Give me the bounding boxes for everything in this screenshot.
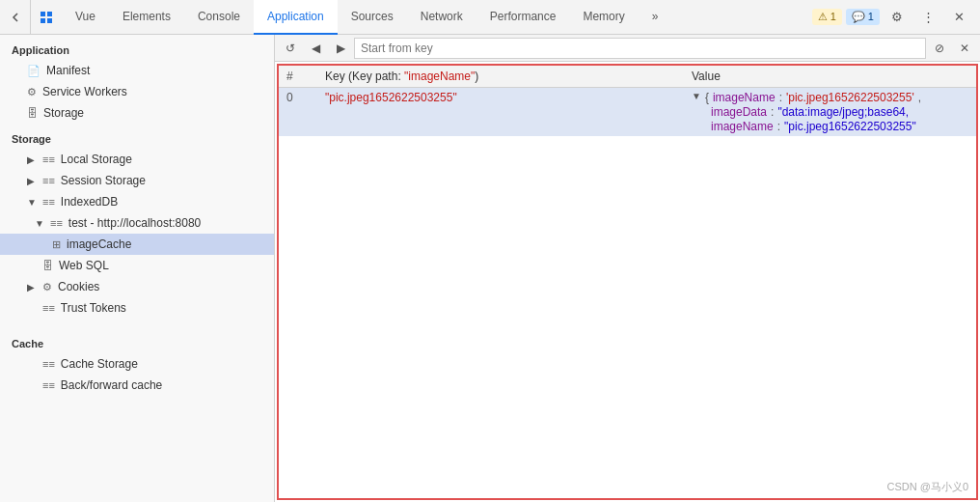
val-comma-1: , (918, 91, 921, 104)
message-badge[interactable]: 💬 1 (846, 9, 880, 25)
tab-application[interactable]: Application (254, 0, 338, 35)
val-key-imagename: imageName (713, 91, 776, 104)
sidebar-item-service-workers[interactable]: ⚙ Service Workers (0, 81, 274, 102)
test-db-icon: ≡≡ (50, 217, 63, 229)
cache-storage-icon: ≡≡ (42, 358, 55, 370)
expand-indexed-db-icon: ▼ (27, 197, 37, 208)
tab-console[interactable]: Console (184, 0, 254, 35)
cache-section-header: Cache (0, 328, 274, 353)
table-row[interactable]: 0 "pic.jpeg1652622503255" ▼ { imageName … (279, 88, 976, 137)
expand-triangle-icon: ▼ (692, 91, 701, 104)
tab-memory[interactable]: Memory (569, 0, 638, 35)
manifest-icon: 📄 (27, 65, 41, 77)
sidebar-item-local-storage[interactable]: ▶ ≡≡ Local Storage (0, 149, 274, 170)
sidebar-item-cookies[interactable]: ▶ ⚙ Cookies (0, 276, 274, 297)
sidebar-item-session-storage[interactable]: ▶ ≡≡ Session Storage (0, 170, 274, 191)
sidebar-item-test-db[interactable]: ▼ ≡≡ test - http://localhost:8080 (0, 212, 274, 234)
sidebar-item-storage-label: Storage (43, 106, 84, 120)
sidebar-item-storage[interactable]: 🗄 Storage (0, 102, 274, 124)
col-header-key: Key (Key path: "imageName") (317, 66, 684, 88)
back-record-button[interactable]: ◀ (304, 37, 327, 60)
refresh-button[interactable]: ↺ (279, 37, 302, 60)
sidebar: Application 📄 Manifest ⚙ Service Workers… (0, 35, 275, 502)
close-button[interactable]: ✕ (945, 4, 972, 31)
tab-more[interactable]: » (639, 0, 672, 35)
sidebar-item-trust-tokens[interactable]: ≡≡ Trust Tokens (0, 297, 274, 319)
content-area: ↺ ◀ ▶ ⊘ ✕ # Key (Key path: "imageName") … (275, 35, 980, 502)
start-from-key-input[interactable] (354, 38, 926, 59)
expand-session-storage-icon: ▶ (27, 176, 37, 186)
sidebar-item-indexed-db[interactable]: ▼ ≡≡ IndexedDB (0, 191, 274, 212)
svg-rect-1 (47, 12, 52, 16)
forward-record-button[interactable]: ▶ (329, 37, 352, 60)
val-colon-2: : (771, 105, 774, 119)
col-header-index: # (279, 66, 317, 88)
storage-section-header: Storage (0, 124, 274, 149)
app-section-header: Application (0, 35, 274, 60)
val-open-brace: { (705, 91, 709, 104)
web-sql-icon: 🗄 (42, 260, 53, 271)
value-line-3: imageName : "pic.jpeg1652622503255" (692, 120, 968, 133)
sidebar-item-local-storage-label: Local Storage (61, 153, 132, 166)
value-line-2: imageData : "data:image/jpeg;base64, (692, 105, 968, 119)
sidebar-item-cache-storage-label: Cache Storage (61, 357, 138, 371)
sidebar-item-manifest-label: Manifest (46, 64, 90, 77)
row-key: "pic.jpeg1652622503255" (317, 88, 684, 137)
top-bar: Vue Elements Console Application Sources… (0, 0, 980, 35)
sidebar-item-indexed-db-label: IndexedDB (61, 195, 118, 209)
sidebar-item-back-forward-cache[interactable]: ≡≡ Back/forward cache (0, 375, 274, 396)
tab-performance[interactable]: Performance (476, 0, 570, 35)
session-storage-db-icon: ≡≡ (42, 175, 55, 186)
sidebar-item-image-cache-label: imageCache (67, 237, 131, 251)
delete-record-button[interactable]: ✕ (953, 37, 976, 60)
storage-icon: 🗄 (27, 107, 38, 119)
sidebar-item-session-storage-label: Session Storage (61, 174, 146, 187)
row-value: ▼ { imageName : 'pic.jpeg1652622503255' … (684, 88, 976, 137)
main-layout: Application 📄 Manifest ⚙ Service Workers… (0, 35, 980, 502)
val-imagename-value: 'pic.jpeg1652622503255' (786, 91, 914, 104)
sidebar-item-cookies-label: Cookies (58, 280, 99, 293)
col-header-value: Value (684, 66, 976, 88)
sidebar-item-image-cache[interactable]: ⊞ imageCache (0, 234, 274, 255)
back-button[interactable] (0, 0, 31, 35)
cookies-icon: ⚙ (42, 281, 52, 293)
watermark: CSDN @马小义0 (886, 480, 968, 494)
row-index: 0 (279, 88, 317, 137)
top-tabs: Vue Elements Console Application Sources… (62, 0, 812, 35)
expand-test-db-icon: ▼ (35, 218, 44, 229)
val-key-imagedata: imageData (711, 105, 767, 119)
tab-network[interactable]: Network (407, 0, 476, 35)
service-workers-icon: ⚙ (27, 86, 37, 98)
devtools-icon (31, 0, 62, 35)
value-expanded: ▼ { imageName : 'pic.jpeg1652622503255' … (692, 91, 968, 133)
val-imagedata-value: "data:image/jpeg;base64, (777, 105, 909, 119)
more-button[interactable]: ⋮ (914, 4, 941, 31)
sidebar-item-web-sql-label: Web SQL (59, 259, 109, 272)
value-line-1: ▼ { imageName : 'pic.jpeg1652622503255' … (692, 91, 968, 104)
settings-button[interactable]: ⚙ (884, 4, 911, 31)
tab-elements[interactable]: Elements (109, 0, 184, 35)
val-imagename-2-value: "pic.jpeg1652622503255" (784, 120, 916, 133)
warning-badge[interactable]: ⚠ 1 (812, 9, 842, 25)
sidebar-item-web-sql[interactable]: 🗄 Web SQL (0, 255, 274, 276)
tab-vue[interactable]: Vue (62, 0, 109, 35)
back-forward-cache-icon: ≡≡ (42, 379, 55, 391)
indexed-db-table: # Key (Key path: "imageName") Value 0 "p… (277, 64, 978, 500)
svg-rect-3 (47, 18, 52, 23)
val-colon-3: : (777, 120, 780, 133)
top-bar-actions: ⚠ 1 💬 1 ⚙ ⋮ ✕ (812, 4, 980, 31)
expand-cookies-icon: ▶ (27, 282, 37, 293)
trust-tokens-icon: ≡≡ (42, 302, 55, 314)
sidebar-item-service-workers-label: Service Workers (42, 85, 127, 98)
clear-input-button[interactable]: ⊘ (928, 37, 951, 60)
sidebar-item-cache-storage[interactable]: ≡≡ Cache Storage (0, 353, 274, 375)
tab-sources[interactable]: Sources (338, 0, 407, 35)
sidebar-item-test-db-label: test - http://localhost:8080 (68, 216, 201, 230)
sidebar-item-manifest[interactable]: 📄 Manifest (0, 60, 274, 81)
local-storage-db-icon: ≡≡ (42, 153, 55, 165)
image-cache-icon: ⊞ (52, 238, 61, 251)
sidebar-item-back-forward-cache-label: Back/forward cache (61, 378, 162, 392)
val-key-imagename-2: imageName (711, 120, 774, 133)
val-colon-1: : (779, 91, 782, 104)
key-value: "pic.jpeg1652622503255" (325, 91, 457, 104)
